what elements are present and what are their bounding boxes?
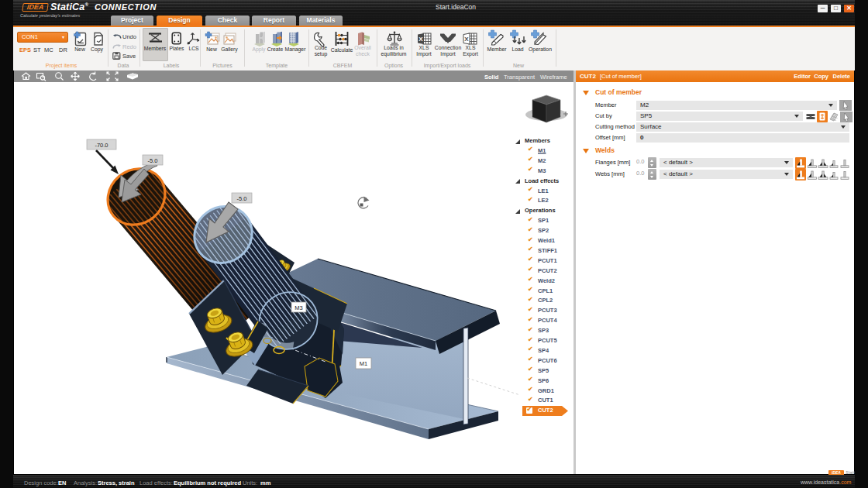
svg-text:-70.0: -70.0: [95, 142, 108, 149]
svg-text:-5.0: -5.0: [237, 195, 247, 202]
svg-text:X: X: [464, 36, 469, 43]
svg-text:M3: M3: [294, 304, 302, 311]
svg-text:M1: M1: [360, 360, 367, 367]
svg-text:-5.0: -5.0: [148, 157, 158, 164]
svg-text:X: X: [418, 36, 423, 43]
